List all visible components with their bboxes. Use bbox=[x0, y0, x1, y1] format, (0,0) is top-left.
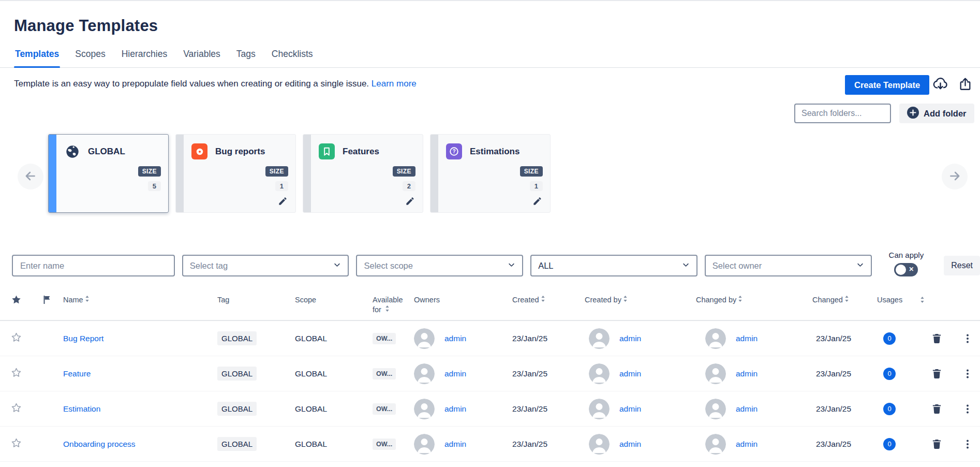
learn-more-link[interactable]: Learn more bbox=[372, 79, 417, 89]
tab-checklists[interactable]: Checklists bbox=[271, 49, 314, 67]
folder-card-bug-reports[interactable]: Bug reports SIZE 1 bbox=[175, 134, 296, 213]
carousel-next-button[interactable] bbox=[942, 164, 968, 189]
row-more-actions-button[interactable] bbox=[960, 401, 975, 417]
sort-icon[interactable] bbox=[738, 295, 743, 302]
import-templates-button[interactable] bbox=[931, 76, 949, 94]
favorite-star-button[interactable] bbox=[10, 367, 22, 378]
edit-folder-button[interactable] bbox=[404, 195, 416, 209]
avatar bbox=[705, 363, 726, 384]
sort-icon[interactable] bbox=[541, 295, 545, 302]
folder-size-count: 2 bbox=[403, 181, 415, 191]
avatar bbox=[414, 434, 435, 455]
row-more-actions-button[interactable] bbox=[960, 366, 975, 382]
owner-link[interactable]: admin bbox=[444, 369, 466, 378]
svg-text:?: ? bbox=[452, 149, 455, 154]
created-by-link[interactable]: admin bbox=[619, 440, 641, 449]
kebab-menu-icon bbox=[962, 338, 973, 346]
sort-icon[interactable] bbox=[85, 295, 90, 302]
pencil-icon bbox=[532, 200, 542, 208]
column-header-name[interactable]: Name bbox=[57, 291, 217, 315]
favorite-star-button[interactable] bbox=[10, 331, 22, 343]
created-by-link[interactable]: admin bbox=[619, 334, 641, 343]
created-date: 23/Jan/25 bbox=[512, 369, 547, 378]
filter-type-value: ALL bbox=[538, 261, 553, 271]
folder-name: Features bbox=[343, 147, 379, 157]
delete-template-button[interactable] bbox=[929, 436, 945, 452]
tab-tags[interactable]: Tags bbox=[235, 49, 257, 67]
folder-name: Bug reports bbox=[215, 147, 265, 157]
toggle-off-x-icon: ✕ bbox=[909, 266, 914, 273]
can-apply-filter: Can apply ✕ bbox=[885, 251, 928, 276]
chevron-down-icon bbox=[508, 261, 515, 271]
template-name-link[interactable]: Feature bbox=[63, 369, 91, 378]
star-icon bbox=[11, 298, 22, 307]
favorite-star-button[interactable] bbox=[10, 402, 22, 414]
filter-scope-placeholder: Select scope bbox=[364, 261, 412, 271]
created-by-link[interactable]: admin bbox=[619, 404, 641, 414]
delete-template-button[interactable] bbox=[929, 401, 945, 417]
template-name-link[interactable]: Bug Report bbox=[63, 334, 103, 343]
usages-sort[interactable] bbox=[918, 291, 955, 315]
changed-by-link[interactable]: admin bbox=[736, 404, 758, 414]
globe-icon bbox=[64, 143, 80, 159]
add-folder-button[interactable]: Add folder bbox=[899, 104, 974, 123]
column-header-changed[interactable]: Changed bbox=[812, 291, 877, 315]
reset-filters-button[interactable]: Reset bbox=[944, 256, 980, 275]
changed-by-link[interactable]: admin bbox=[736, 440, 758, 449]
can-apply-toggle[interactable]: ✕ bbox=[894, 263, 918, 276]
filter-owner-select[interactable]: Select owner bbox=[705, 255, 872, 276]
flag-column-header[interactable] bbox=[31, 291, 57, 315]
folder-card-features[interactable]: Features SIZE 2 bbox=[303, 134, 423, 213]
avatar bbox=[414, 328, 435, 349]
template-name-link[interactable]: Estimation bbox=[63, 404, 100, 413]
folder-card-list: GLOBAL SIZE 5 Bug reports bbox=[48, 134, 551, 213]
export-templates-button[interactable] bbox=[956, 76, 974, 94]
changed-by-link[interactable]: admin bbox=[736, 369, 758, 378]
created-by-link[interactable]: admin bbox=[619, 369, 641, 378]
scope-value: GLOBAL bbox=[295, 440, 327, 448]
changed-by-link[interactable]: admin bbox=[736, 334, 758, 343]
column-header-created[interactable]: Created bbox=[512, 291, 585, 315]
add-folder-label: Add folder bbox=[924, 109, 967, 119]
sort-icon[interactable] bbox=[623, 295, 628, 302]
column-header-changed-by[interactable]: Changed by bbox=[696, 291, 812, 315]
filter-type-select[interactable]: ALL bbox=[530, 255, 697, 276]
created-date: 23/Jan/25 bbox=[512, 440, 547, 448]
owner-link[interactable]: admin bbox=[444, 404, 466, 414]
edit-folder-button[interactable] bbox=[277, 195, 289, 209]
owner-link[interactable]: admin bbox=[444, 440, 466, 449]
create-template-button[interactable]: Create Template bbox=[845, 75, 929, 95]
search-folders-input[interactable] bbox=[794, 104, 891, 123]
top-toolbar-area: Template is an easy way to prepopulate f… bbox=[0, 68, 980, 123]
tab-scopes[interactable]: Scopes bbox=[74, 49, 106, 67]
folder-card-global[interactable]: GLOBAL SIZE 5 bbox=[48, 134, 169, 213]
carousel-prev-button[interactable] bbox=[18, 164, 43, 189]
sort-icon[interactable] bbox=[844, 295, 849, 302]
edit-folder-button[interactable] bbox=[531, 195, 543, 209]
tab-bar: Templates Scopes Hierarchies Variables T… bbox=[0, 49, 980, 68]
column-header-created-by[interactable]: Created by bbox=[585, 291, 696, 315]
favorite-star-button[interactable] bbox=[10, 437, 22, 449]
favorite-column-header[interactable] bbox=[0, 291, 31, 315]
filter-tag-select[interactable]: Select tag bbox=[182, 255, 349, 276]
folder-name: Estimations bbox=[470, 147, 519, 157]
row-more-actions-button[interactable] bbox=[960, 331, 975, 346]
sort-icon[interactable] bbox=[920, 296, 925, 303]
folder-card-estimations[interactable]: ? Estimations SIZE 1 bbox=[430, 134, 551, 213]
filter-scope-select[interactable]: Select scope bbox=[356, 255, 523, 276]
tab-hierarchies[interactable]: Hierarchies bbox=[121, 49, 169, 67]
filter-name-input[interactable] bbox=[12, 255, 175, 276]
row-more-actions-button[interactable] bbox=[960, 436, 975, 452]
folder-stripe bbox=[430, 135, 438, 212]
tab-variables[interactable]: Variables bbox=[182, 49, 221, 67]
tab-templates[interactable]: Templates bbox=[14, 49, 60, 67]
size-label-badge: SIZE bbox=[265, 166, 288, 177]
filter-owner-placeholder: Select owner bbox=[712, 261, 762, 271]
template-name-link[interactable]: Onboarding process bbox=[63, 440, 136, 448]
owner-link[interactable]: admin bbox=[444, 334, 466, 343]
delete-template-button[interactable] bbox=[929, 330, 945, 346]
folder-stripe bbox=[176, 135, 184, 212]
sort-icon[interactable] bbox=[385, 305, 390, 312]
column-header-available-for[interactable]: Available for bbox=[373, 291, 409, 315]
delete-template-button[interactable] bbox=[929, 366, 945, 382]
